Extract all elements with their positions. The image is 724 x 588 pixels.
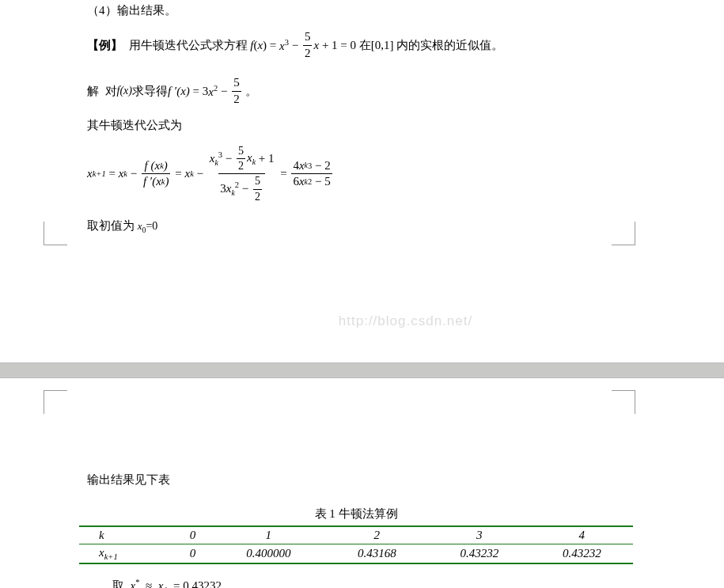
fxk-num-c: )	[164, 158, 168, 174]
fd-6: 6	[293, 174, 299, 190]
page-corner-br	[612, 222, 635, 245]
inner-52-a: 5 2	[237, 144, 245, 173]
step4-text: （4）输出结果。	[87, 4, 176, 17]
solve-text-1: 对	[99, 84, 117, 99]
result-line: 取 x* ≈ x4 = 0.43232	[87, 575, 724, 588]
fn-m2: − 2	[312, 158, 330, 174]
num-5b: 5	[232, 75, 241, 91]
example-text-1: 用牛顿迭代公式求方程	[123, 38, 250, 53]
frac-final: 4xk3 − 2 6xk2 − 5	[291, 158, 332, 190]
den-2b: 2	[232, 91, 241, 108]
solve-line: 解 对 f(x) 求导得 f ′(x) = 3 x2 − 5 2 。	[87, 75, 724, 107]
output-table-text: 输出结果见下表	[87, 469, 724, 491]
final-den: 6xk2 − 5	[291, 173, 332, 190]
xk-a: xk	[119, 167, 127, 180]
xk1-sub: k+1	[93, 169, 106, 178]
example-line: 【例】 用牛顿迭代公式求方程 f(x) = x3 − 5 2 x + 1 = 0…	[87, 29, 724, 61]
page2-corner-tl	[44, 390, 67, 414]
3xk2: xk2	[226, 180, 239, 199]
td-0: 0	[174, 544, 211, 563]
xk-x: x	[119, 167, 124, 180]
fprime-sym: f ′	[168, 85, 176, 97]
newton-label: 其牛顿迭代公式为	[87, 115, 724, 136]
td-3: 0.43232	[428, 544, 531, 563]
fpxk-den-c: )	[165, 174, 169, 190]
star: *	[135, 578, 139, 586]
table-header-row: k 0 1 2 3 4	[79, 526, 633, 544]
approx: ≈	[142, 579, 155, 588]
xk3: xk3	[210, 150, 222, 169]
td-1: 0.400000	[211, 544, 326, 563]
expanded-den: 3xk2 − 5 2	[218, 173, 265, 203]
i52a-n: 5	[237, 144, 245, 158]
th-3: 3	[428, 526, 531, 544]
example-prefix: 【例】	[87, 38, 123, 53]
minus-a: −	[127, 167, 140, 180]
th-1: 1	[211, 526, 326, 544]
xk-inner-x: x	[247, 151, 252, 164]
exp-minus: −	[222, 151, 235, 167]
fpxk-den-t: f ′(x	[143, 174, 161, 190]
minus-b: −	[194, 167, 207, 180]
i52b-n: 5	[253, 174, 262, 188]
init-text: 取初值为	[87, 219, 138, 232]
xk-inner: xk	[247, 150, 256, 168]
x4: x4	[158, 579, 168, 588]
result-prefix: 取	[112, 579, 127, 588]
plus1-inner: + 1	[256, 151, 274, 167]
xk-b: xk	[184, 167, 193, 180]
f-of-x: f(x)	[250, 39, 267, 52]
th-k: k	[79, 526, 174, 544]
fxk-num: f (xk)	[143, 158, 169, 174]
newton-label-text: 其牛顿迭代公式为	[87, 119, 182, 131]
th-2: 2	[326, 526, 429, 544]
period: 。	[243, 84, 258, 99]
inner-52-b: 5 2	[253, 174, 262, 203]
xk3-sub: k	[214, 158, 218, 167]
eq-3x2: = 3	[190, 85, 208, 98]
eq-0: =0	[146, 220, 157, 232]
x-squared: x2	[208, 84, 218, 99]
final-num: 4xk3 − 2	[291, 158, 332, 174]
plus-1-eq-0: + 1 = 0	[319, 39, 359, 52]
x-base: x	[279, 40, 285, 52]
newton-table: k 0 1 2 3 4 xk+1 0 0.400000 0.43168 0.43…	[79, 525, 633, 564]
i52b-d: 2	[253, 189, 262, 204]
xk1-x: x	[87, 167, 93, 180]
eq-a: =	[106, 167, 119, 180]
fprime-x: (x)	[176, 85, 190, 97]
solve-text-2: 求导得	[132, 84, 168, 99]
th-0: 0	[174, 526, 211, 544]
td-2: 0.43168	[326, 544, 429, 563]
x0: x0	[138, 220, 146, 232]
3xk2-sub: k	[231, 188, 234, 197]
i52a-d: 2	[237, 158, 245, 173]
x-sq-base: x	[208, 85, 214, 98]
den-2: 2	[303, 45, 313, 62]
frac-expanded: xk3 − 5 2 xk + 1 3xk2 − 5 2	[208, 144, 276, 204]
eq-b: =	[172, 167, 184, 180]
x-cubed: x3	[279, 38, 289, 53]
eq-val: = 0.43232	[170, 579, 222, 588]
fd-m5: − 5	[312, 174, 330, 190]
fd-x: x	[299, 174, 305, 190]
table-data-row: xk+1 0 0.400000 0.43168 0.43232 0.43232	[79, 544, 633, 563]
fpxk-den: f ′(xk)	[142, 173, 171, 190]
xk-x2: x	[184, 167, 190, 180]
num-5: 5	[303, 29, 313, 45]
minus-1: −	[289, 39, 301, 52]
newton-formula: xk+1 = xk − f (xk) f ′(xk) = xk − xk3 −	[87, 144, 724, 204]
fn-x: x	[299, 158, 305, 174]
page-corner-bl	[44, 222, 67, 245]
x-after-frac: x	[313, 39, 319, 52]
page2-corner-tr	[612, 390, 635, 414]
eq-3: = 3	[190, 85, 208, 97]
fprime: f ′(x)	[168, 85, 190, 98]
table-wrap: 表 1 牛顿法算例 k 0 1 2 3 4 xk+1 0 0.400000 0.…	[79, 506, 633, 564]
fx-literal: f(x)	[117, 85, 132, 97]
eq-c: =	[277, 167, 290, 180]
fn-4: 4	[293, 158, 299, 174]
td-xk1: xk+1	[79, 544, 174, 563]
table-caption: 表 1 牛顿法算例	[79, 506, 633, 522]
example-text-2: 在[0,1] 内的实根的近似值。	[359, 38, 504, 53]
